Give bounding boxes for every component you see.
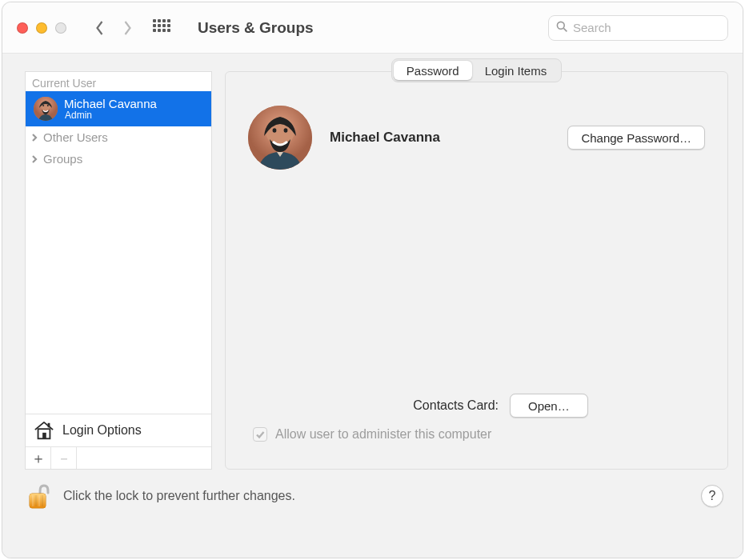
- forward-button: [122, 19, 134, 37]
- profile-row: Michael Cavanna Change Password…: [248, 106, 705, 170]
- back-button[interactable]: [94, 19, 106, 37]
- change-password-button[interactable]: Change Password…: [567, 126, 705, 150]
- chevron-right-icon: [30, 130, 38, 144]
- sidebar-item-label: Other Users: [43, 130, 108, 144]
- svg-line-1: [563, 28, 567, 31]
- svg-point-0: [557, 22, 564, 29]
- minus-icon: －: [57, 449, 71, 468]
- svg-rect-14: [30, 494, 46, 508]
- button-label: Open…: [528, 399, 570, 413]
- zoom-window-button: [55, 22, 66, 34]
- avatar-icon: [34, 97, 58, 121]
- main-panel: Password Login Items: [225, 71, 728, 470]
- search-icon: [555, 20, 573, 36]
- svg-point-12: [284, 128, 288, 132]
- check-icon: [255, 430, 265, 439]
- allow-admin-checkbox: [253, 427, 267, 442]
- sidebar-user-name: Michael Cavanna: [64, 98, 157, 110]
- login-options-button[interactable]: Login Options: [26, 414, 211, 446]
- svg-point-11: [273, 128, 277, 132]
- section-header-current-user: Current User: [26, 72, 211, 91]
- home-icon: [34, 421, 54, 440]
- sidebar-item-groups[interactable]: Groups: [26, 148, 211, 170]
- lock-hint-text: Click the lock to prevent further change…: [63, 489, 295, 503]
- help-button[interactable]: ?: [701, 485, 723, 507]
- all-preferences-icon[interactable]: [153, 19, 170, 37]
- sidebar-item-label: Groups: [43, 152, 82, 166]
- allow-admin-label: Allow user to administer this computer: [275, 427, 491, 442]
- lock-icon[interactable]: [25, 481, 50, 511]
- open-contacts-button[interactable]: Open…: [510, 394, 588, 418]
- svg-rect-8: [48, 423, 50, 428]
- footer: Click the lock to prevent further change…: [2, 470, 743, 526]
- contacts-card-label: Contacts Card:: [413, 398, 499, 413]
- minimize-window-button[interactable]: [36, 22, 47, 34]
- add-button[interactable]: ＋: [26, 447, 51, 469]
- close-window-button[interactable]: [17, 22, 28, 34]
- plus-icon: ＋: [31, 449, 46, 468]
- svg-point-4: [42, 105, 44, 106]
- help-icon: ?: [709, 489, 716, 503]
- tab-bar: Password Login Items: [391, 58, 562, 82]
- tab-login-items[interactable]: Login Items: [472, 61, 560, 80]
- sidebar-user-current[interactable]: Michael Cavanna Admin: [26, 91, 211, 126]
- svg-rect-7: [42, 433, 46, 438]
- tab-label: Login Items: [485, 64, 547, 78]
- tab-label: Password: [407, 64, 459, 78]
- contacts-card-row: Contacts Card: Open…: [296, 394, 705, 418]
- login-options-label: Login Options: [62, 423, 142, 438]
- user-avatar[interactable]: [248, 106, 312, 170]
- preferences-window: Users & Groups Current User: [2, 2, 743, 558]
- window-title: Users & Groups: [198, 19, 314, 37]
- remove-button: －: [51, 447, 77, 469]
- sidebar-user-role: Admin: [65, 110, 157, 121]
- allow-admin-row: Allow user to administer this computer: [248, 418, 705, 453]
- search-input[interactable]: [573, 21, 721, 34]
- svg-point-5: [47, 105, 49, 106]
- window-controls: [17, 22, 66, 34]
- sidebar-item-other-users[interactable]: Other Users: [26, 126, 211, 148]
- search-field[interactable]: [548, 15, 728, 41]
- users-sidebar: Current User: [25, 71, 212, 470]
- chevron-right-icon: [30, 152, 38, 166]
- toolbar: Users & Groups: [2, 2, 743, 54]
- button-label: Change Password…: [581, 131, 691, 145]
- tab-password[interactable]: Password: [394, 61, 472, 80]
- profile-name: Michael Cavanna: [330, 130, 550, 146]
- add-remove-bar: ＋ －: [26, 446, 211, 469]
- content-area: Current User: [2, 54, 743, 558]
- nav-buttons: [94, 19, 134, 37]
